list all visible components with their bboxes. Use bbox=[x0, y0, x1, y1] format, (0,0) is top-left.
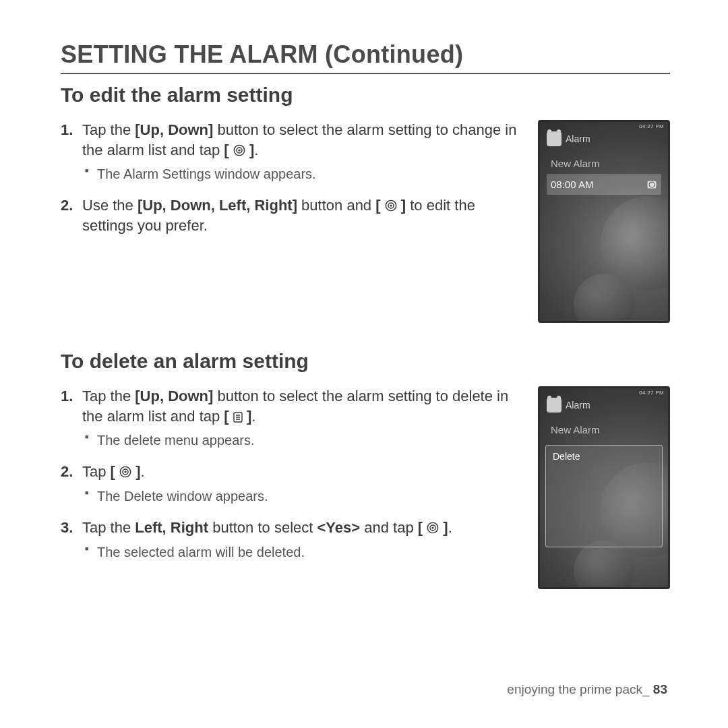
edit-step-1: Tap the [Up, Down] button to select the … bbox=[61, 120, 519, 183]
text: . bbox=[141, 463, 145, 480]
svg-point-5 bbox=[390, 205, 392, 207]
text: Tap the bbox=[82, 519, 135, 536]
bracket: ] bbox=[131, 463, 140, 480]
page-title: SETTING THE ALARM (Continued) bbox=[61, 40, 670, 69]
device-status-time: 04:27 PM bbox=[639, 123, 664, 129]
delete-heading: To delete an alarm setting bbox=[61, 350, 519, 373]
select-icon bbox=[233, 144, 245, 156]
text: . bbox=[251, 408, 255, 425]
bracket: [ bbox=[224, 408, 233, 425]
delete-step-3: Tap the Left, Right button to select <Ye… bbox=[61, 518, 519, 562]
text: . bbox=[254, 142, 258, 158]
edit-heading: To edit the alarm setting bbox=[61, 84, 519, 107]
bracket: [ bbox=[418, 519, 427, 536]
alarm-clock-icon bbox=[547, 131, 562, 146]
text: and tap bbox=[360, 519, 418, 536]
text-bold: [Up, Down, Left, Right] bbox=[138, 197, 297, 214]
device-mock-delete: 04:27 PM Alarm New Alarm Delete bbox=[538, 386, 670, 589]
device-mock-edit: 04:27 PM Alarm New Alarm 08:00 AM bbox=[538, 120, 670, 323]
device-header: Alarm bbox=[566, 400, 590, 411]
device-row-new-alarm: New Alarm bbox=[547, 153, 661, 174]
bracket: [ bbox=[375, 197, 384, 214]
delete-step-1-sub: The delete menu appears. bbox=[82, 431, 519, 450]
footer-text: enjoying the prime pack_ bbox=[507, 682, 649, 696]
device-row-new-alarm: New Alarm bbox=[547, 419, 661, 440]
clock-icon bbox=[646, 179, 657, 190]
alarm-clock-icon bbox=[547, 398, 562, 413]
menu-icon bbox=[233, 412, 243, 423]
bracket: ] bbox=[243, 408, 251, 425]
bracket: [ bbox=[111, 463, 119, 480]
text: Tap the bbox=[82, 121, 135, 138]
text: button and bbox=[297, 197, 375, 214]
bracket: [ bbox=[224, 142, 233, 158]
section-edit: To edit the alarm setting Tap the [Up, D… bbox=[61, 84, 670, 323]
device-row-selected: 08:00 AM bbox=[547, 174, 661, 195]
page-footer: enjoying the prime pack_ 83 bbox=[507, 682, 667, 697]
edit-step-1-sub: The Alarm Settings window appears. bbox=[82, 165, 519, 183]
device-status-time: 04:27 PM bbox=[639, 390, 664, 396]
text: Tap bbox=[82, 463, 111, 480]
text-bold: Left, Right bbox=[135, 519, 208, 536]
select-icon bbox=[119, 466, 131, 478]
text-bold: [Up, Down] bbox=[135, 121, 213, 138]
delete-step-2: Tap [ ]. The Delete window appears. bbox=[61, 462, 519, 506]
svg-point-17 bbox=[432, 526, 434, 528]
text-bold: [Up, Down] bbox=[135, 388, 213, 404]
text: Tap the bbox=[82, 388, 135, 404]
edit-step-2: Use the [Up, Down, Left, Right] button a… bbox=[61, 195, 519, 235]
delete-step-2-sub: The Delete window appears. bbox=[82, 487, 519, 506]
device-header: Alarm bbox=[566, 133, 590, 144]
svg-point-2 bbox=[238, 149, 240, 151]
svg-point-14 bbox=[124, 471, 126, 473]
footer-page-number: 83 bbox=[653, 682, 667, 696]
text: button to select bbox=[208, 519, 317, 536]
bracket: ] bbox=[439, 519, 448, 536]
select-icon bbox=[385, 200, 397, 212]
section-delete: To delete an alarm setting Tap the [Up, … bbox=[61, 350, 670, 589]
device-delete-popup: Delete bbox=[545, 445, 663, 547]
bracket: ] bbox=[245, 142, 254, 158]
delete-step-1: Tap the [Up, Down] button to select the … bbox=[61, 386, 519, 450]
text: Use the bbox=[82, 197, 138, 214]
text-bold: <Yes> bbox=[317, 519, 360, 536]
delete-step-3-sub: The selected alarm will be deleted. bbox=[82, 543, 519, 562]
device-delete-label: Delete bbox=[546, 446, 662, 467]
device-time: 08:00 AM bbox=[551, 179, 593, 190]
text: . bbox=[448, 519, 452, 536]
select-icon bbox=[427, 522, 439, 534]
title-divider bbox=[61, 73, 670, 74]
bracket: ] bbox=[397, 197, 406, 214]
